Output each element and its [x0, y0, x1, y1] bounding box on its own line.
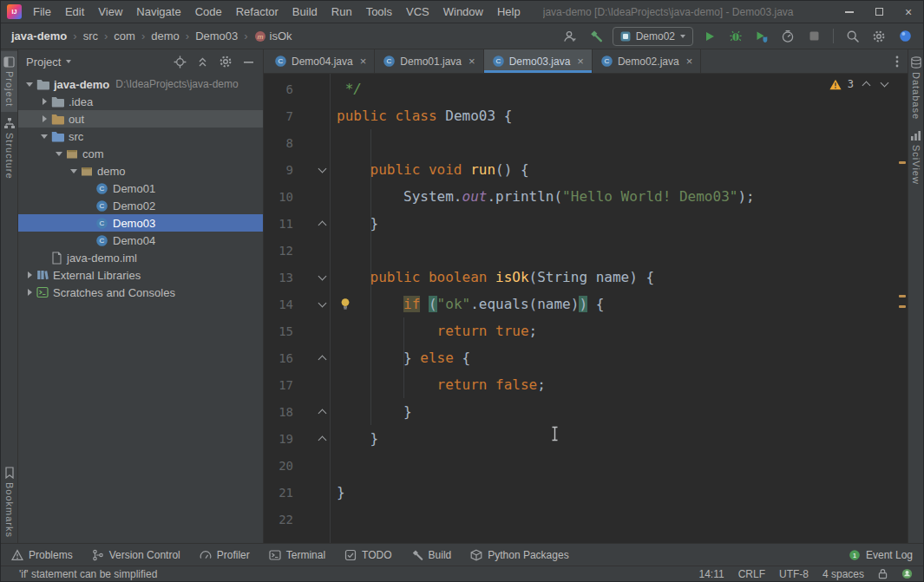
tree-item-external-libraries[interactable]: External Libraries: [18, 266, 263, 284]
next-highlight-button[interactable]: [878, 78, 890, 90]
code-text[interactable]: return false;: [330, 376, 546, 393]
tool-window-button-structure[interactable]: Structure: [1, 112, 17, 185]
fold-marker[interactable]: [293, 354, 330, 363]
menu-vcs[interactable]: VCS: [399, 1, 436, 23]
menu-code[interactable]: Code: [188, 1, 229, 23]
breadcrumb-item-isok[interactable]: misOk: [254, 29, 292, 43]
fold-marker[interactable]: [293, 219, 330, 228]
collapse-all-button[interactable]: [196, 56, 209, 69]
tree-item-idea[interactable]: .idea: [18, 93, 263, 110]
inspection-profile-button[interactable]: [901, 568, 913, 579]
fold-marker[interactable]: [293, 435, 330, 443]
tab-demo03-java[interactable]: CDemo03.java×: [484, 49, 593, 73]
line-separator[interactable]: CRLF: [738, 568, 765, 580]
fold-marker[interactable]: [293, 168, 330, 172]
toolwindow-python-packages[interactable]: Python Packages: [470, 549, 568, 561]
tool-window-button-project[interactable]: Project: [1, 51, 17, 112]
settings-button[interactable]: [219, 55, 233, 69]
chevron-closed-icon[interactable]: [23, 271, 36, 278]
tree-item-demo04[interactable]: CDemo04: [18, 232, 263, 249]
fold-marker[interactable]: [293, 303, 330, 306]
toolwindow-event-log[interactable]: 1Event Log: [849, 549, 913, 561]
profiler-run-button[interactable]: [778, 27, 797, 46]
breadcrumb-item-src[interactable]: src: [83, 29, 98, 43]
menu-navigate[interactable]: Navigate: [129, 1, 187, 23]
chevron-closed-icon[interactable]: [38, 115, 50, 122]
chevron-open-icon[interactable]: [23, 82, 36, 87]
tab-demo02-java[interactable]: CDemo02.java×: [593, 49, 701, 73]
menu-tools[interactable]: Tools: [359, 1, 399, 23]
toolwindow-version-control[interactable]: Version Control: [92, 549, 180, 561]
toolwindow-terminal[interactable]: Terminal: [269, 549, 325, 561]
code-text[interactable]: public void run() {: [330, 161, 529, 178]
menu-build[interactable]: Build: [285, 1, 324, 23]
tree-item-demo01[interactable]: CDemo01: [18, 180, 263, 197]
code-text[interactable]: public boolean isOk(String name) {: [330, 269, 654, 285]
settings-button[interactable]: [869, 27, 888, 46]
tree-item-out[interactable]: out: [18, 110, 263, 128]
toolwindow-todo[interactable]: TODO: [344, 549, 391, 561]
editor[interactable]: 6 */7public class Demo03 {89 public void…: [264, 74, 908, 543]
breadcrumb-item-java-demo[interactable]: java-demo: [11, 29, 67, 43]
locate-button[interactable]: [174, 56, 187, 69]
code-text[interactable]: return true;: [330, 323, 537, 339]
tab-close-icon[interactable]: ×: [577, 55, 584, 68]
coverage-button[interactable]: [752, 27, 771, 46]
tree-item-src[interactable]: src: [18, 128, 263, 145]
tabs-more-button[interactable]: [887, 49, 908, 73]
project-view-selector[interactable]: Project: [26, 56, 71, 69]
menu-edit[interactable]: Edit: [58, 1, 91, 23]
chevron-open-icon[interactable]: [68, 169, 80, 173]
tab-demo04-java[interactable]: CDemo04.java×: [266, 49, 375, 73]
caret-position[interactable]: 14:11: [698, 568, 724, 580]
code-text[interactable]: } else {: [330, 350, 470, 366]
inspection-widget[interactable]: 3: [829, 78, 890, 90]
breadcrumb-item-demo[interactable]: demo: [151, 29, 180, 43]
breadcrumb-item-com[interactable]: com: [114, 29, 135, 43]
close-button[interactable]: ×: [894, 1, 923, 23]
fold-marker[interactable]: [293, 276, 330, 279]
minimize-button[interactable]: [835, 1, 864, 23]
tree-item-demo02[interactable]: CDemo02: [18, 197, 263, 214]
fold-marker[interactable]: [293, 408, 330, 416]
menu-view[interactable]: View: [91, 1, 129, 23]
user-button[interactable]: [560, 27, 580, 46]
chevron-open-icon[interactable]: [38, 134, 50, 139]
tool-window-button-database[interactable]: Database: [908, 51, 923, 125]
tab-close-icon[interactable]: ×: [360, 55, 367, 68]
menu-window[interactable]: Window: [436, 1, 490, 23]
search-button[interactable]: [843, 27, 862, 46]
tree-item-com[interactable]: com: [18, 145, 263, 162]
indent-style[interactable]: 4 spaces: [822, 568, 864, 580]
code-text[interactable]: public class Demo03 {: [330, 108, 512, 124]
hide-button[interactable]: [242, 56, 255, 69]
toolwindow-profiler[interactable]: Profiler: [200, 549, 250, 561]
tab-close-icon[interactable]: ×: [469, 55, 475, 68]
chevron-open-icon[interactable]: [53, 152, 65, 156]
menu-help[interactable]: Help: [490, 1, 528, 23]
warning-stripe-mark[interactable]: [899, 161, 906, 164]
encoding[interactable]: UTF-8: [779, 568, 809, 580]
code-text[interactable]: */: [330, 81, 362, 97]
chevron-closed-icon[interactable]: [38, 98, 50, 105]
tree-item-demo03[interactable]: CDemo03: [18, 214, 263, 232]
toolwindow-build[interactable]: Build: [411, 549, 452, 561]
intention-bulb-icon[interactable]: [340, 298, 351, 314]
menu-file[interactable]: File: [26, 1, 58, 23]
tab-close-icon[interactable]: ×: [686, 55, 693, 68]
menu-refactor[interactable]: Refactor: [229, 1, 285, 23]
code-text[interactable]: }: [330, 430, 378, 447]
toolwindow-problems[interactable]: Problems: [11, 549, 73, 561]
warning-stripe-mark[interactable]: [899, 305, 906, 308]
code-text[interactable]: }: [330, 484, 345, 500]
tree-item-scratches-and-consoles[interactable]: Scratches and Consoles: [18, 284, 263, 301]
tool-window-button-sciview[interactable]: SciView: [908, 125, 923, 190]
maximize-button[interactable]: [864, 1, 894, 23]
tree-item-java-demo-iml[interactable]: java-demo.iml: [18, 249, 263, 266]
debug-button[interactable]: [726, 27, 745, 46]
chevron-closed-icon[interactable]: [23, 289, 36, 296]
run-config-selector[interactable]: Demo02: [613, 27, 693, 46]
status-message[interactable]: 'if' statement can be simplified: [19, 568, 157, 580]
build-hammer-button[interactable]: [587, 27, 606, 46]
prev-highlight-button[interactable]: [860, 78, 872, 90]
